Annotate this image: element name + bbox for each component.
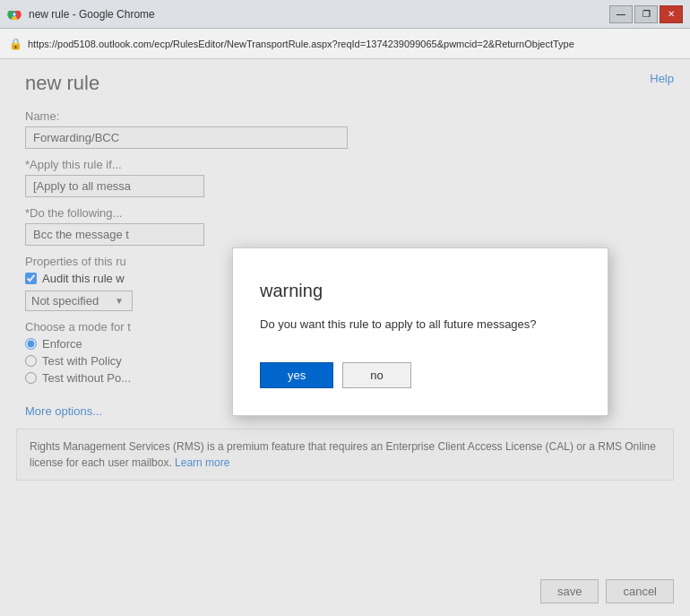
no-button[interactable]: no	[342, 362, 410, 388]
svg-point-2	[13, 13, 16, 15]
browser-controls: — ❐ ✕	[609, 5, 683, 23]
modal-buttons: yes no	[260, 362, 581, 388]
maximize-button[interactable]: ❐	[634, 5, 658, 23]
address-text: https://pod5108.outlook.com/ecp/RulesEdi…	[28, 39, 574, 49]
lock-icon: 🔒	[9, 38, 22, 50]
minimize-button[interactable]: —	[609, 5, 633, 23]
page-content: Help new rule Name: *Apply this rule if.…	[0, 59, 690, 616]
modal-body: Do you want this rule to apply to all fu…	[260, 316, 581, 334]
browser-title: new rule - Google Chrome	[29, 8, 683, 21]
close-button[interactable]: ✕	[660, 5, 683, 23]
browser-titlebar: new rule - Google Chrome — ❐ ✕	[0, 0, 690, 29]
modal-title: warning	[260, 281, 581, 301]
warning-modal: warning Do you want this rule to apply t…	[232, 247, 608, 416]
browser-favicon	[7, 7, 22, 22]
yes-button[interactable]: yes	[260, 362, 333, 388]
address-bar: 🔒 https://pod5108.outlook.com/ecp/RulesE…	[0, 29, 690, 59]
